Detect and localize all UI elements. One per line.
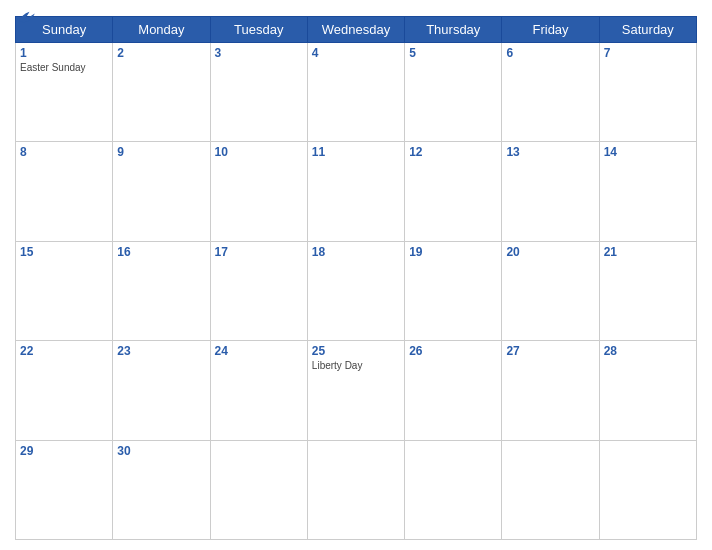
calendar-cell: 10: [210, 142, 307, 241]
calendar-cell: 13: [502, 142, 599, 241]
logo-blue-text: [15, 10, 35, 24]
day-number: 26: [409, 344, 497, 358]
calendar-cell: 19: [405, 241, 502, 340]
calendar-cell: 1Easter Sunday: [16, 43, 113, 142]
calendar-cell: 26: [405, 341, 502, 440]
week-row-1: 1Easter Sunday234567: [16, 43, 697, 142]
day-number: 14: [604, 145, 692, 159]
day-number: 8: [20, 145, 108, 159]
calendar-cell: 11: [307, 142, 404, 241]
calendar-cell: 12: [405, 142, 502, 241]
calendar-cell: 22: [16, 341, 113, 440]
day-number: 19: [409, 245, 497, 259]
day-number: 2: [117, 46, 205, 60]
day-header-friday: Friday: [502, 17, 599, 43]
day-header-monday: Monday: [113, 17, 210, 43]
day-number: 22: [20, 344, 108, 358]
calendar-cell: 20: [502, 241, 599, 340]
day-number: 18: [312, 245, 400, 259]
calendar-cell: 9: [113, 142, 210, 241]
week-row-5: 2930: [16, 440, 697, 539]
day-number: 23: [117, 344, 205, 358]
day-number: 7: [604, 46, 692, 60]
day-number: 27: [506, 344, 594, 358]
day-number: 12: [409, 145, 497, 159]
logo-bird-icon: [17, 10, 35, 24]
day-header-saturday: Saturday: [599, 17, 696, 43]
calendar-cell: 8: [16, 142, 113, 241]
day-number: 6: [506, 46, 594, 60]
logo: [15, 10, 35, 24]
day-number: 5: [409, 46, 497, 60]
calendar-cell: 16: [113, 241, 210, 340]
calendar-cell: 25Liberty Day: [307, 341, 404, 440]
calendar-table: SundayMondayTuesdayWednesdayThursdayFrid…: [15, 16, 697, 540]
calendar-cell: 28: [599, 341, 696, 440]
calendar-cell: 14: [599, 142, 696, 241]
day-number: 29: [20, 444, 108, 458]
calendar-cell: 21: [599, 241, 696, 340]
day-number: 10: [215, 145, 303, 159]
day-number: 9: [117, 145, 205, 159]
holiday-label: Liberty Day: [312, 360, 400, 371]
calendar-cell: 29: [16, 440, 113, 539]
day-number: 4: [312, 46, 400, 60]
calendar-cell: 30: [113, 440, 210, 539]
day-number: 15: [20, 245, 108, 259]
calendar-cell: [210, 440, 307, 539]
day-number: 21: [604, 245, 692, 259]
day-number: 20: [506, 245, 594, 259]
day-number: 17: [215, 245, 303, 259]
day-number: 25: [312, 344, 400, 358]
calendar-cell: 15: [16, 241, 113, 340]
calendar-cell: [599, 440, 696, 539]
day-number: 11: [312, 145, 400, 159]
calendar-cell: 23: [113, 341, 210, 440]
day-header-thursday: Thursday: [405, 17, 502, 43]
week-row-3: 15161718192021: [16, 241, 697, 340]
calendar-cell: 6: [502, 43, 599, 142]
day-number: 30: [117, 444, 205, 458]
week-row-4: 22232425Liberty Day262728: [16, 341, 697, 440]
calendar-cell: 7: [599, 43, 696, 142]
day-header-tuesday: Tuesday: [210, 17, 307, 43]
holiday-label: Easter Sunday: [20, 62, 108, 73]
calendar-cell: 18: [307, 241, 404, 340]
days-header-row: SundayMondayTuesdayWednesdayThursdayFrid…: [16, 17, 697, 43]
week-row-2: 891011121314: [16, 142, 697, 241]
day-header-wednesday: Wednesday: [307, 17, 404, 43]
day-number: 3: [215, 46, 303, 60]
calendar-cell: 2: [113, 43, 210, 142]
day-number: 28: [604, 344, 692, 358]
calendar-cell: 27: [502, 341, 599, 440]
day-number: 24: [215, 344, 303, 358]
calendar-cell: [307, 440, 404, 539]
calendar-cell: 3: [210, 43, 307, 142]
calendar-cell: 5: [405, 43, 502, 142]
calendar-cell: [405, 440, 502, 539]
calendar-cell: [502, 440, 599, 539]
day-number: 16: [117, 245, 205, 259]
calendar-cell: 24: [210, 341, 307, 440]
day-number: 13: [506, 145, 594, 159]
calendar-cell: 17: [210, 241, 307, 340]
calendar-cell: 4: [307, 43, 404, 142]
day-number: 1: [20, 46, 108, 60]
